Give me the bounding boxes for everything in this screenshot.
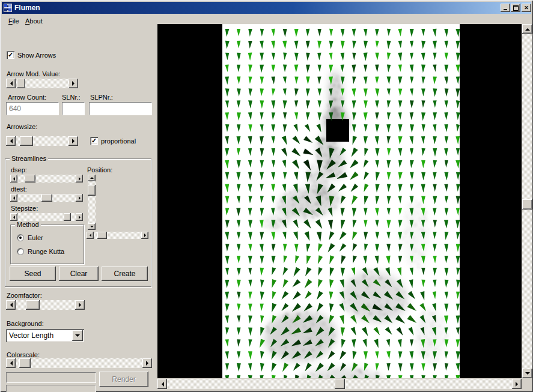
arrow-right-icon (79, 196, 82, 200)
scroll-right-button[interactable] (142, 358, 152, 368)
clear-button[interactable]: Clear (59, 267, 99, 281)
show-arrows-checkbox[interactable] (7, 51, 14, 59)
scroll-track[interactable] (16, 300, 75, 310)
arrow-mod-scrollbar[interactable] (6, 79, 78, 88)
scroll-right-button[interactable] (69, 136, 78, 146)
scroll-track[interactable] (17, 213, 76, 221)
scroll-thumb[interactable] (335, 379, 345, 389)
scroll-track[interactable] (16, 358, 142, 368)
scroll-right-button[interactable] (76, 194, 83, 202)
minimize-icon (504, 9, 507, 10)
scroll-left-button[interactable] (87, 232, 94, 239)
colorscale-label: Colorscale: (7, 351, 40, 358)
colorscale-scrollbar[interactable] (6, 358, 152, 368)
dtest-label: dtest: (11, 185, 27, 193)
minimize-button[interactable] (501, 4, 510, 12)
title-bar[interactable]: Flumen (2, 2, 531, 14)
scroll-down-button[interactable] (88, 223, 96, 230)
arrow-count-field[interactable] (6, 102, 59, 115)
stepsize-label: Stepsize: (11, 205, 38, 212)
slpnr-label: SLPNr.: (90, 94, 113, 101)
proportional-checkbox[interactable] (90, 137, 98, 145)
arrow-mod-label: Arrow Mod. Value: (7, 70, 61, 77)
scroll-right-button[interactable] (76, 175, 83, 182)
scroll-thumb[interactable] (25, 175, 35, 182)
runge-kutta-radio[interactable] (17, 248, 24, 255)
scroll-track[interactable] (88, 181, 96, 223)
background-label: Background: (7, 320, 44, 327)
scroll-left-button[interactable] (6, 300, 16, 310)
scroll-right-button[interactable] (75, 300, 85, 310)
scroll-left-button[interactable] (157, 379, 167, 389)
arrow-right-icon (72, 81, 77, 86)
scroll-track[interactable] (167, 379, 512, 389)
dsep-label: dsep: (11, 166, 27, 173)
arrow-right-icon (72, 139, 77, 143)
scroll-track[interactable] (16, 79, 69, 88)
seed-button[interactable]: Seed (10, 267, 56, 281)
scroll-down-button[interactable] (522, 369, 532, 378)
window-title: Flumen (14, 4, 40, 12)
scroll-thumb[interactable] (26, 300, 40, 310)
zoomfactor-label: Zoomfactor: (7, 292, 42, 299)
close-button[interactable]: ✕ (522, 4, 531, 12)
scroll-track[interactable] (17, 175, 76, 182)
scroll-thumb[interactable] (41, 194, 52, 202)
scroll-track[interactable] (522, 34, 532, 369)
scroll-thumb[interactable] (19, 358, 31, 368)
method-group-title: Method (15, 221, 41, 228)
menu-about[interactable]: About (22, 16, 46, 26)
position-v-scrollbar[interactable] (88, 175, 96, 230)
dsep-scrollbar[interactable] (10, 175, 83, 182)
slpnr-field[interactable] (89, 102, 152, 115)
scroll-thumb[interactable] (88, 185, 96, 196)
scroll-right-button[interactable] (512, 379, 522, 389)
create-button[interactable]: Create (102, 267, 148, 281)
zoomfactor-scrollbar[interactable] (6, 300, 85, 310)
scroll-thumb[interactable] (64, 213, 71, 221)
scroll-track[interactable] (94, 232, 141, 239)
proportional-label: proportional (101, 137, 136, 145)
scroll-track[interactable] (17, 194, 76, 202)
scroll-track[interactable] (16, 136, 69, 146)
arrow-left-icon (88, 234, 91, 237)
scroll-thumb[interactable] (17, 79, 25, 88)
streamlines-group-title: Streamlines (10, 155, 48, 162)
arrowsize-scrollbar[interactable] (6, 136, 78, 146)
menu-file[interactable]: File (5, 16, 23, 26)
scroll-thumb[interactable] (522, 199, 532, 210)
dtest-scrollbar[interactable] (10, 194, 83, 202)
euler-radio[interactable] (17, 234, 24, 241)
arrow-up-icon (90, 175, 94, 179)
scroll-left-button[interactable] (6, 136, 16, 146)
scroll-up-button[interactable] (88, 175, 96, 181)
slnr-label: SLNr.: (62, 94, 81, 101)
runge-kutta-label: Runge Kutta (28, 248, 64, 255)
scroll-up-button[interactable] (522, 24, 532, 34)
slnr-field[interactable] (62, 102, 85, 115)
background-dropdown[interactable]: Vector Length (6, 329, 84, 342)
scroll-thumb[interactable] (20, 136, 33, 146)
scroll-left-button[interactable] (10, 213, 17, 221)
maximize-button[interactable] (511, 4, 520, 12)
position-h-scrollbar[interactable] (87, 232, 148, 239)
show-arrows-label: Show Arrows (17, 52, 56, 59)
scroll-right-button[interactable] (141, 232, 148, 239)
viz-h-scrollbar[interactable] (157, 379, 522, 389)
scroll-left-button[interactable] (10, 175, 17, 182)
chevron-down-icon[interactable] (72, 330, 83, 341)
euler-label: Euler (28, 234, 43, 241)
arrow-left-icon (159, 382, 164, 387)
stepsize-scrollbar[interactable] (10, 213, 83, 221)
viz-v-scrollbar[interactable] (522, 24, 532, 378)
arrow-right-icon (516, 382, 520, 387)
scroll-left-button[interactable] (10, 194, 17, 202)
scroll-thumb[interactable] (97, 232, 107, 239)
scroll-right-button[interactable] (76, 213, 83, 221)
render-button[interactable]: Render (99, 372, 148, 387)
scroll-left-button[interactable] (6, 79, 16, 88)
scroll-left-button[interactable] (6, 358, 16, 368)
arrow-right-icon (79, 177, 82, 181)
arrowsize-label: Arrowsize: (7, 123, 37, 130)
scroll-right-button[interactable] (69, 79, 78, 88)
